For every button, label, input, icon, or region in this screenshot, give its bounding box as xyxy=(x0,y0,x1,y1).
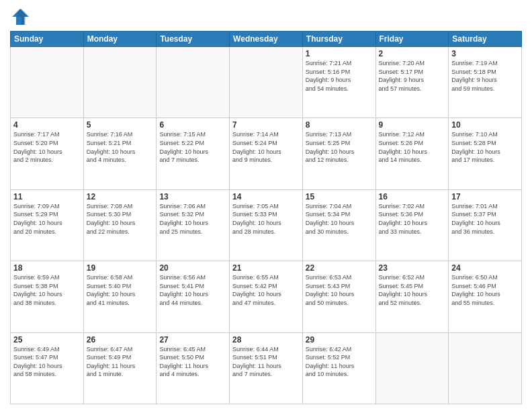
day-number: 3 xyxy=(451,49,519,58)
calendar-table: SundayMondayTuesdayWednesdayThursdayFrid… xyxy=(10,31,522,404)
day-number: 20 xyxy=(159,263,226,273)
calendar-cell: 24Sunrise: 6:50 AM Sunset: 5:46 PM Dayli… xyxy=(449,261,522,332)
calendar-cell xyxy=(157,47,230,118)
day-number: 8 xyxy=(306,120,373,130)
day-number: 22 xyxy=(306,263,373,273)
day-info: Sunrise: 7:08 AM Sunset: 5:30 PM Dayligh… xyxy=(87,202,154,236)
calendar-cell xyxy=(449,332,522,404)
day-info: Sunrise: 6:52 AM Sunset: 5:45 PM Dayligh… xyxy=(379,273,446,307)
weekday-header-friday: Friday xyxy=(375,32,449,47)
day-number: 23 xyxy=(379,263,446,273)
calendar-cell: 4Sunrise: 7:17 AM Sunset: 5:20 PM Daylig… xyxy=(11,118,84,189)
calendar-cell: 12Sunrise: 7:08 AM Sunset: 5:30 PM Dayli… xyxy=(83,189,157,261)
calendar-cell: 23Sunrise: 6:52 AM Sunset: 5:45 PM Dayli… xyxy=(375,261,449,332)
day-info: Sunrise: 7:04 AM Sunset: 5:34 PM Dayligh… xyxy=(306,202,373,236)
day-number: 10 xyxy=(451,120,519,130)
calendar-cell: 9Sunrise: 7:12 AM Sunset: 5:26 PM Daylig… xyxy=(375,118,449,189)
weekday-header-saturday: Saturday xyxy=(449,32,522,47)
calendar-cell: 27Sunrise: 6:45 AM Sunset: 5:50 PM Dayli… xyxy=(157,332,230,404)
weekday-header-sunday: Sunday xyxy=(11,32,84,47)
day-info: Sunrise: 6:50 AM Sunset: 5:46 PM Dayligh… xyxy=(451,273,519,307)
calendar-cell: 26Sunrise: 6:47 AM Sunset: 5:49 PM Dayli… xyxy=(83,332,157,404)
calendar-cell: 19Sunrise: 6:58 AM Sunset: 5:40 PM Dayli… xyxy=(83,261,157,332)
calendar-week-1: 1Sunrise: 7:21 AM Sunset: 5:16 PM Daylig… xyxy=(11,47,522,118)
logo-icon xyxy=(10,7,30,27)
day-info: Sunrise: 7:20 AM Sunset: 5:17 PM Dayligh… xyxy=(379,59,446,93)
day-number: 19 xyxy=(87,263,154,273)
day-info: Sunrise: 7:16 AM Sunset: 5:21 PM Dayligh… xyxy=(87,130,154,164)
day-info: Sunrise: 6:49 AM Sunset: 5:47 PM Dayligh… xyxy=(13,345,81,379)
day-number: 12 xyxy=(87,192,154,201)
day-info: Sunrise: 7:13 AM Sunset: 5:25 PM Dayligh… xyxy=(306,130,373,164)
day-info: Sunrise: 6:42 AM Sunset: 5:52 PM Dayligh… xyxy=(306,345,373,379)
weekday-header-monday: Monday xyxy=(83,32,157,47)
header xyxy=(10,7,522,27)
day-number: 11 xyxy=(13,192,81,201)
calendar-cell: 6Sunrise: 7:15 AM Sunset: 5:22 PM Daylig… xyxy=(157,118,230,189)
calendar-cell: 5Sunrise: 7:16 AM Sunset: 5:21 PM Daylig… xyxy=(83,118,157,189)
calendar-cell: 10Sunrise: 7:10 AM Sunset: 5:28 PM Dayli… xyxy=(449,118,522,189)
day-number: 16 xyxy=(379,192,446,201)
day-number: 6 xyxy=(159,120,226,130)
calendar-cell: 15Sunrise: 7:04 AM Sunset: 5:34 PM Dayli… xyxy=(302,189,375,261)
calendar-header-row: SundayMondayTuesdayWednesdayThursdayFrid… xyxy=(11,32,522,47)
calendar-cell: 7Sunrise: 7:14 AM Sunset: 5:24 PM Daylig… xyxy=(230,118,303,189)
day-number: 26 xyxy=(87,335,154,345)
day-info: Sunrise: 6:44 AM Sunset: 5:51 PM Dayligh… xyxy=(232,345,300,379)
day-number: 29 xyxy=(306,335,373,345)
calendar-cell: 17Sunrise: 7:01 AM Sunset: 5:37 PM Dayli… xyxy=(449,189,522,261)
calendar-cell: 29Sunrise: 6:42 AM Sunset: 5:52 PM Dayli… xyxy=(302,332,375,404)
calendar-cell: 8Sunrise: 7:13 AM Sunset: 5:25 PM Daylig… xyxy=(302,118,375,189)
day-number: 9 xyxy=(379,120,446,130)
day-info: Sunrise: 7:05 AM Sunset: 5:33 PM Dayligh… xyxy=(232,202,300,236)
calendar-cell: 18Sunrise: 6:59 AM Sunset: 5:38 PM Dayli… xyxy=(11,261,84,332)
day-info: Sunrise: 7:10 AM Sunset: 5:28 PM Dayligh… xyxy=(451,130,519,164)
calendar-cell xyxy=(375,332,449,404)
day-info: Sunrise: 6:55 AM Sunset: 5:42 PM Dayligh… xyxy=(232,273,300,307)
day-info: Sunrise: 6:58 AM Sunset: 5:40 PM Dayligh… xyxy=(87,273,154,307)
calendar-cell: 16Sunrise: 7:02 AM Sunset: 5:36 PM Dayli… xyxy=(375,189,449,261)
day-number: 13 xyxy=(159,192,226,201)
day-number: 28 xyxy=(232,335,300,345)
day-info: Sunrise: 7:01 AM Sunset: 5:37 PM Dayligh… xyxy=(451,202,519,236)
day-number: 21 xyxy=(232,263,300,273)
calendar-week-3: 11Sunrise: 7:09 AM Sunset: 5:29 PM Dayli… xyxy=(11,189,522,261)
calendar-cell: 11Sunrise: 7:09 AM Sunset: 5:29 PM Dayli… xyxy=(11,189,84,261)
weekday-header-wednesday: Wednesday xyxy=(230,32,303,47)
day-number: 17 xyxy=(451,192,519,201)
day-number: 1 xyxy=(306,49,373,58)
day-info: Sunrise: 7:14 AM Sunset: 5:24 PM Dayligh… xyxy=(232,130,300,164)
page: SundayMondayTuesdayWednesdayThursdayFrid… xyxy=(0,0,532,411)
day-info: Sunrise: 7:12 AM Sunset: 5:26 PM Dayligh… xyxy=(379,130,446,164)
day-info: Sunrise: 6:56 AM Sunset: 5:41 PM Dayligh… xyxy=(159,273,226,307)
day-number: 2 xyxy=(379,49,446,58)
calendar-cell: 20Sunrise: 6:56 AM Sunset: 5:41 PM Dayli… xyxy=(157,261,230,332)
day-number: 4 xyxy=(13,120,81,130)
calendar-cell: 25Sunrise: 6:49 AM Sunset: 5:47 PM Dayli… xyxy=(11,332,84,404)
calendar-cell: 3Sunrise: 7:19 AM Sunset: 5:18 PM Daylig… xyxy=(449,47,522,118)
day-info: Sunrise: 7:02 AM Sunset: 5:36 PM Dayligh… xyxy=(379,202,446,236)
weekday-header-tuesday: Tuesday xyxy=(157,32,230,47)
day-number: 24 xyxy=(451,263,519,273)
calendar-cell: 14Sunrise: 7:05 AM Sunset: 5:33 PM Dayli… xyxy=(230,189,303,261)
calendar-cell: 13Sunrise: 7:06 AM Sunset: 5:32 PM Dayli… xyxy=(157,189,230,261)
weekday-header-thursday: Thursday xyxy=(302,32,375,47)
day-info: Sunrise: 7:06 AM Sunset: 5:32 PM Dayligh… xyxy=(159,202,226,236)
calendar-cell xyxy=(11,47,84,118)
day-info: Sunrise: 6:45 AM Sunset: 5:50 PM Dayligh… xyxy=(159,345,226,379)
day-number: 25 xyxy=(13,335,81,345)
day-info: Sunrise: 6:53 AM Sunset: 5:43 PM Dayligh… xyxy=(306,273,373,307)
day-info: Sunrise: 6:59 AM Sunset: 5:38 PM Dayligh… xyxy=(13,273,81,307)
calendar-cell: 28Sunrise: 6:44 AM Sunset: 5:51 PM Dayli… xyxy=(230,332,303,404)
calendar-cell xyxy=(83,47,157,118)
day-info: Sunrise: 7:21 AM Sunset: 5:16 PM Dayligh… xyxy=(306,59,373,93)
day-info: Sunrise: 6:47 AM Sunset: 5:49 PM Dayligh… xyxy=(87,345,154,379)
calendar-cell: 21Sunrise: 6:55 AM Sunset: 5:42 PM Dayli… xyxy=(230,261,303,332)
logo xyxy=(10,7,33,27)
day-info: Sunrise: 7:17 AM Sunset: 5:20 PM Dayligh… xyxy=(13,130,81,164)
day-info: Sunrise: 7:15 AM Sunset: 5:22 PM Dayligh… xyxy=(159,130,226,164)
day-number: 18 xyxy=(13,263,81,273)
calendar-cell: 1Sunrise: 7:21 AM Sunset: 5:16 PM Daylig… xyxy=(302,47,375,118)
calendar-cell xyxy=(230,47,303,118)
day-number: 7 xyxy=(232,120,300,130)
